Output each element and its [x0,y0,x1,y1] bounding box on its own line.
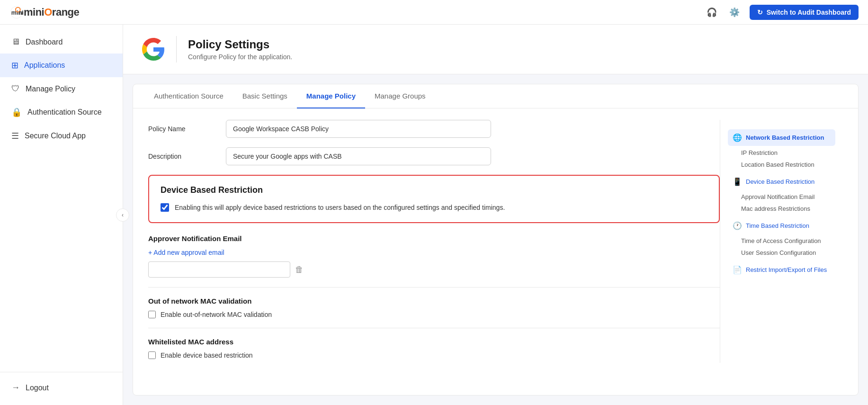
document-icon: 📄 [733,265,742,274]
form-area: Policy Name Description Device Based Res… [133,108,858,374]
page-title: Policy Settings [188,38,292,51]
inner-content-card: Authentication Source Basic Settings Man… [133,84,859,396]
right-nav-time-of-access[interactable]: Time of Access Configuration [728,235,835,247]
top-header: mini range miniOrange 🎧 ⚙️ ↻ Switch to A… [0,0,868,25]
logo: mini range miniOrange [9,6,79,19]
sidebar-item-secure-cloud-app[interactable]: ☰ Secure Cloud App [0,124,123,148]
description-row: Description [148,147,720,165]
globe-icon: 🌐 [733,133,742,142]
sidebar-bottom: → Logout [0,372,123,399]
device-restriction-checkbox-label: Enabling this will apply device based re… [175,203,505,213]
right-nav-user-session[interactable]: User Session Configuration [728,247,835,259]
right-nav-network-based[interactable]: 🌐 Network Based Restriction [728,129,835,146]
refresh-icon: ↻ [757,9,763,16]
right-nav-restrict-import[interactable]: 📄 Restrict Import/Export of Files [728,261,835,278]
tab-manage-groups[interactable]: Manage Groups [365,84,435,108]
lock-icon: 🔒 [11,107,22,117]
content-area: Policy Settings Configure Policy for the… [123,25,868,405]
header-divider [176,36,177,63]
whitelisted-mac-checkbox[interactable] [148,351,156,359]
tab-manage-policy[interactable]: Manage Policy [297,84,365,108]
add-approval-email-link[interactable]: + Add new approval email [148,249,224,256]
headphone-icon[interactable]: 🎧 [704,5,719,20]
miniorange-logo-icon: mini range [10,6,23,19]
out-of-network-section: Out of network MAC validation Enable out… [148,297,720,318]
policy-name-input[interactable] [226,120,491,138]
right-nav-mac-address[interactable]: Mac address Restrictions [728,203,835,215]
policy-name-row: Policy Name [148,120,720,138]
device-restriction-checkbox-row: Enabling this will apply device based re… [161,203,707,213]
sidebar-collapse-button[interactable]: ‹ [116,208,129,222]
right-nav: 🌐 Network Based Restriction IP Restricti… [720,120,843,363]
right-nav-device-based[interactable]: 📱 Device Based Restriction [728,173,835,190]
sidebar-item-manage-policy[interactable]: 🛡 Manage Policy [0,77,123,100]
whitelisted-mac-label: Enable device based restriction [161,351,253,359]
google-logo [142,38,165,61]
audit-dashboard-button[interactable]: ↻ Switch to Audit Dashboard [750,5,859,20]
device-restriction-box: Device Based Restriction Enabling this w… [148,175,720,223]
right-nav-approval-email[interactable]: Approval Notification Email [728,191,835,203]
out-of-network-checkbox[interactable] [148,311,156,318]
approval-email-input[interactable] [148,261,290,278]
approver-email-section: Approver Notification Email + Add new ap… [148,234,720,278]
sidebar-item-dashboard[interactable]: 🖥 Dashboard [0,30,123,54]
out-of-network-checkbox-row: Enable out-of-network MAC validation [148,311,720,318]
sidebar-item-authentication-source[interactable]: 🔒 Authentication Source [0,100,123,124]
email-input-row: 🗑 [148,261,720,278]
whitelisted-mac-section: Whitelisted MAC address Enable device ba… [148,338,720,359]
form-main: Policy Name Description Device Based Res… [148,120,720,363]
whitelisted-mac-checkbox-row: Enable device based restriction [148,351,720,359]
page-header: Policy Settings Configure Policy for the… [123,25,868,74]
description-label: Description [148,153,215,160]
logout-icon: → [11,383,20,393]
section-divider-2 [148,328,720,328]
list-icon: ☰ [11,131,19,141]
sidebar-item-applications[interactable]: ⊞ Applications [0,54,123,77]
page-subtitle: Configure Policy for the application. [188,53,292,61]
sidebar: ‹ 🖥 Dashboard ⊞ Applications 🛡 Manage Po… [0,25,123,405]
main-layout: ‹ 🖥 Dashboard ⊞ Applications 🛡 Manage Po… [0,25,868,405]
delete-email-icon[interactable]: 🗑 [295,265,304,275]
description-input[interactable] [226,147,491,165]
right-nav-time-based[interactable]: 🕐 Time Based Restriction [728,217,835,234]
out-of-network-label: Enable out-of-network MAC validation [161,311,272,318]
whitelisted-mac-title: Whitelisted MAC address [148,338,720,346]
grid-icon: ⊞ [11,60,18,71]
header-right: 🎧 ⚙️ ↻ Switch to Audit Dashboard [704,5,859,20]
gear-icon[interactable]: ⚙️ [727,5,742,20]
out-of-network-title: Out of network MAC validation [148,297,720,305]
approver-email-title: Approver Notification Email [148,234,720,243]
right-nav-ip-restriction[interactable]: IP Restriction [728,147,835,159]
tabs-bar: Authentication Source Basic Settings Man… [133,84,858,108]
phone-icon: 📱 [733,177,742,186]
device-restriction-title: Device Based Restriction [161,185,707,195]
logout-button[interactable]: → Logout [0,376,123,399]
section-divider-1 [148,287,720,288]
policy-name-label: Policy Name [148,125,215,133]
shield-icon: 🛡 [11,84,20,94]
monitor-icon: 🖥 [11,37,20,47]
svg-text:range: range [18,9,23,16]
device-restriction-checkbox[interactable] [161,203,169,212]
clock-icon: 🕐 [733,221,742,230]
tab-basic-settings[interactable]: Basic Settings [233,84,297,108]
page-title-group: Policy Settings Configure Policy for the… [188,38,292,61]
right-nav-location-based[interactable]: Location Based Restriction [728,159,835,171]
tab-authentication-source[interactable]: Authentication Source [144,84,233,108]
